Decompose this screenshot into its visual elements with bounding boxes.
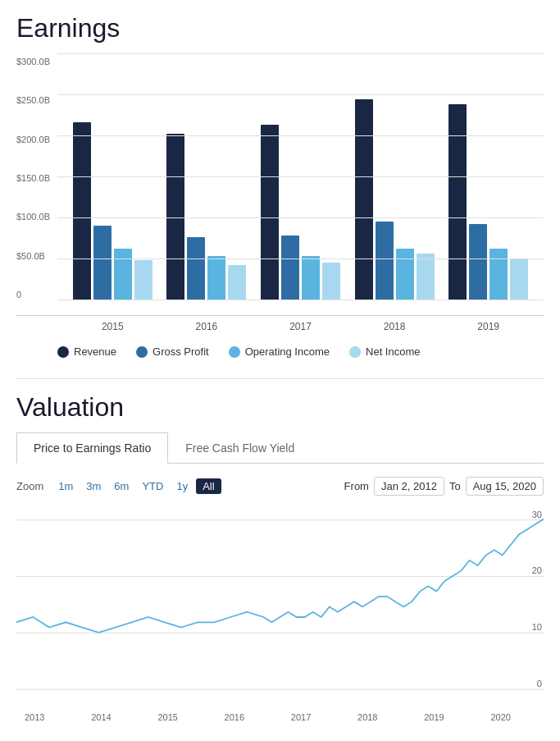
grid-line	[57, 217, 544, 218]
grid-line	[57, 135, 544, 136]
tab-pe[interactable]: Price to Earnings Ratio	[16, 432, 168, 464]
legend-dot	[57, 346, 69, 358]
legend-dot	[229, 346, 240, 358]
bar	[134, 260, 153, 300]
year-group	[448, 104, 528, 300]
x-axis-label: 2019	[456, 321, 521, 332]
svg-text:10: 10	[532, 622, 542, 632]
bar	[489, 249, 508, 300]
zoom-bar: Zoom 1m3m6mYTD1yAll From Jan 2, 2012 To …	[16, 477, 544, 496]
bar-chart: $300.0B$250.0B$200.0B$150.0B$100.0B$50.0…	[16, 53, 544, 316]
bar	[322, 263, 340, 300]
line-chart-x-label: 2017	[291, 712, 311, 722]
bar	[228, 265, 246, 300]
year-group	[261, 125, 340, 300]
svg-text:0: 0	[537, 679, 542, 688]
grid-line	[57, 53, 544, 54]
zoom-label: Zoom	[16, 480, 43, 492]
y-axis-label: 0	[16, 290, 57, 300]
to-date[interactable]: Aug 15, 2020	[466, 477, 544, 496]
bar	[261, 125, 279, 300]
grid-line	[57, 176, 544, 177]
valuation-section: Valuation Price to Earnings RatioFree Ca…	[0, 379, 560, 741]
bar	[510, 258, 528, 300]
year-bars	[355, 99, 435, 300]
grid-line	[57, 258, 544, 259]
zoom-btn-1m[interactable]: 1m	[53, 478, 78, 494]
earnings-title: Earnings	[16, 13, 544, 43]
zoom-btn-all[interactable]: All	[196, 478, 221, 494]
y-axis-label: $300.0B	[16, 57, 57, 66]
earnings-chart: $300.0B$250.0B$200.0B$150.0B$100.0B$50.0…	[16, 53, 544, 365]
y-axis-label: $100.0B	[16, 212, 57, 222]
year-group	[355, 99, 435, 300]
bar	[417, 254, 435, 300]
zoom-btn-ytd[interactable]: YTD	[137, 478, 168, 494]
date-range: From Jan 2, 2012 To Aug 15, 2020	[344, 477, 544, 496]
svg-text:30: 30	[532, 510, 542, 519]
bar	[114, 249, 132, 300]
year-group	[73, 122, 153, 300]
y-axis-label: $200.0B	[16, 135, 57, 144]
bar	[207, 256, 225, 300]
year-bars	[261, 125, 340, 300]
earnings-section: Earnings $300.0B$250.0B$200.0B$150.0B$10…	[0, 0, 560, 378]
chart-area	[57, 53, 544, 300]
line-chart-x-label: 2018	[357, 712, 377, 722]
zoom-btn-1y[interactable]: 1y	[171, 478, 193, 494]
year-bars	[73, 122, 153, 300]
legend-label: Net Income	[366, 345, 420, 358]
grid-line	[57, 94, 544, 95]
line-chart-x-axis: 20132014201520162017201820192020	[16, 709, 544, 722]
x-axis: 20152016201720182019	[57, 316, 544, 332]
zoom-btn-3m[interactable]: 3m	[81, 478, 106, 494]
legend-label: Revenue	[74, 345, 116, 358]
tabs-container: Price to Earnings RatioFree Cash Flow Yi…	[16, 432, 544, 464]
bar	[469, 224, 487, 300]
valuation-title: Valuation	[16, 392, 544, 423]
bar	[448, 104, 467, 300]
line-chart-x-label: 2016	[225, 712, 244, 722]
bar	[302, 256, 320, 300]
line-chart-x-label: 2015	[157, 712, 177, 722]
bar	[187, 237, 205, 300]
line-chart-x-label: 2020	[490, 712, 510, 722]
y-axis-label: $250.0B	[16, 95, 57, 105]
x-axis-label: 2016	[174, 321, 239, 332]
line-chart-x-label: 2013	[25, 712, 44, 722]
grid-line	[57, 300, 544, 300]
legend-label: Gross Profit	[153, 345, 209, 358]
line-chart-x-label: 2014	[91, 712, 111, 722]
line-chart-x-label: 2019	[424, 712, 444, 722]
bar	[73, 122, 91, 300]
tab-fcf[interactable]: Free Cash Flow Yield	[168, 432, 312, 463]
y-axis-label: $50.0B	[16, 251, 57, 261]
legend-item: Net Income	[349, 345, 420, 358]
bar	[396, 249, 414, 300]
bar	[281, 236, 299, 300]
zoom-btn-6m[interactable]: 6m	[109, 478, 134, 494]
legend-dot	[136, 346, 148, 358]
from-date[interactable]: Jan 2, 2012	[374, 477, 444, 496]
bar	[376, 222, 394, 300]
legend-item: Operating Income	[229, 345, 330, 358]
to-label: To	[449, 480, 461, 492]
legend: RevenueGross ProfitOperating IncomeNet I…	[57, 345, 544, 358]
y-axis: $300.0B$250.0B$200.0B$150.0B$100.0B$50.0…	[16, 53, 57, 300]
zoom-buttons: 1m3m6mYTD1yAll	[53, 478, 221, 494]
legend-label: Operating Income	[245, 345, 330, 358]
legend-dot	[349, 346, 361, 358]
from-label: From	[344, 480, 369, 492]
x-axis-label: 2015	[80, 321, 145, 332]
x-axis-label: 2017	[267, 321, 333, 332]
line-chart-container: 0102030 20132014201520162017201820192020	[16, 509, 544, 739]
svg-text:20: 20	[532, 566, 542, 576]
legend-item: Gross Profit	[136, 345, 209, 358]
bar	[355, 99, 373, 300]
year-bars	[448, 104, 528, 300]
line-chart-svg: 0102030	[16, 509, 544, 706]
y-axis-label: $150.0B	[16, 173, 57, 183]
bar	[93, 226, 112, 300]
legend-item: Revenue	[57, 345, 116, 358]
x-axis-label: 2018	[362, 321, 427, 332]
